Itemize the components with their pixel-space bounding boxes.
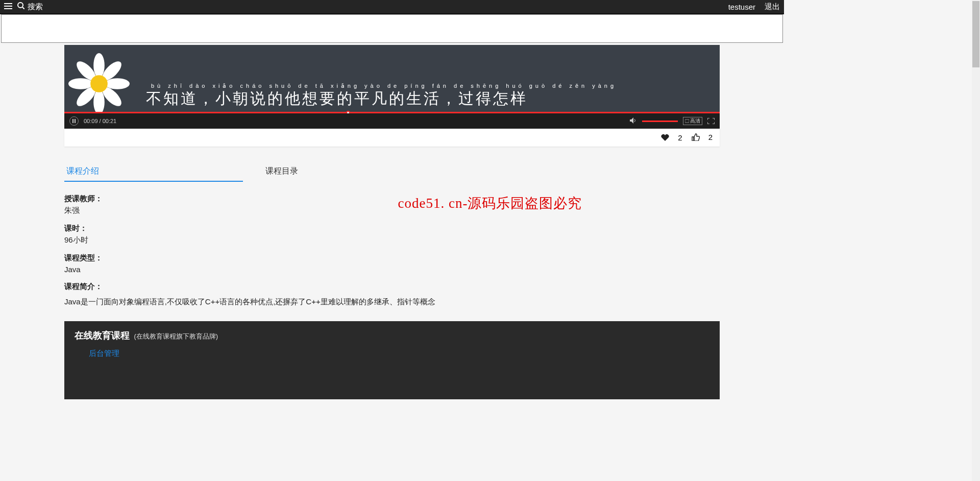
footer-subtitle: (在线教育课程旗下教育品牌) [134,332,218,340]
hours-value: 96小时 [64,235,720,245]
favorite-count: 2 [678,133,682,142]
top-navbar: 搜索 testuser 退出 [0,0,784,14]
svg-rect-1 [4,6,12,7]
svg-line-4 [22,7,24,9]
type-label: 课程类型： [64,253,720,263]
teacher-label: 授课教师： [64,194,720,204]
search-group[interactable]: 搜索 [17,2,43,12]
svg-point-3 [18,3,23,8]
svg-rect-2 [4,8,12,9]
page-footer: 在线教育课程 (在线教育课程旗下教育品牌) 后台管理 [64,321,720,399]
header-banner [1,14,783,43]
logout-link[interactable]: 退出 [765,2,780,12]
subtitle-text: 不知道，小朝说的他想要的平凡的生活，过得怎样 [146,90,528,107]
svg-point-6 [93,53,105,78]
pause-button[interactable] [69,116,79,126]
like-count: 2 [708,133,713,141]
svg-rect-16 [75,119,76,123]
video-subtitle: bù zhī dào xiǎo cháo shuō de tā xiǎng yà… [64,83,720,109]
tab-intro[interactable]: 课程介绍 [64,162,243,182]
course-tabs: 课程介绍 课程目录 [64,162,720,182]
svg-rect-0 [4,3,12,4]
admin-link[interactable]: 后台管理 [89,349,709,358]
thumbs-up-icon [692,133,700,141]
search-label: 搜索 [28,2,43,12]
svg-marker-17 [630,117,633,124]
video-time: 00:09 / 00:21 [84,118,116,124]
desc-label: 课程简介： [64,282,720,292]
video-control-bar: 00:09 / 00:21 高清 [64,113,720,129]
video-player[interactable]: bù zhī dào xiǎo cháo shuō de tā xiǎng yà… [64,45,720,129]
type-value: Java [64,265,720,274]
volume-icon[interactable] [630,117,637,125]
stats-bar: 2 2 [64,129,720,147]
svg-rect-18 [685,119,689,123]
search-icon [17,2,24,11]
hours-label: 课时： [64,224,720,233]
like-button[interactable]: 2 [692,133,713,141]
tab-toc[interactable]: 课程目录 [263,162,442,182]
course-intro-content: 授课教师： 朱强 课时： 96小时 课程类型： Java 课程简介： Java是… [64,194,720,308]
footer-title: 在线教育课程 [75,330,130,341]
subtitle-pinyin: bù zhī dào xiǎo cháo shuō de tā xiǎng yà… [146,83,720,89]
teacher-value: 朱强 [64,206,720,215]
heart-icon [661,134,669,141]
favorite-button[interactable]: 2 [661,133,682,142]
menu-icon[interactable] [4,2,12,11]
username-link[interactable]: testuser [728,3,755,11]
desc-value: Java是一门面向对象编程语言,不仅吸收了C++语言的各种优点,还摒弃了C++里… [64,296,720,308]
svg-rect-15 [72,119,74,123]
fullscreen-button[interactable] [707,118,715,124]
quality-button[interactable]: 高清 [683,117,702,125]
volume-slider[interactable] [642,121,678,122]
